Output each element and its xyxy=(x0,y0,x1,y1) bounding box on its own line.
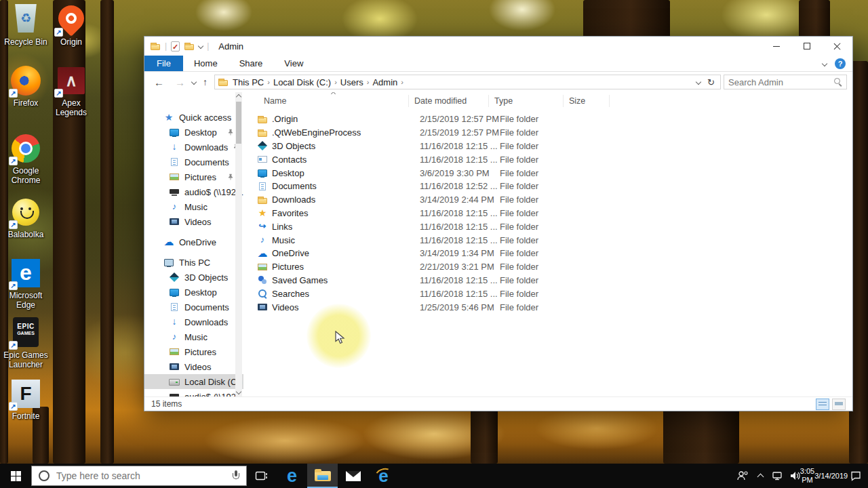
sidebar-item[interactable]: Downloads xyxy=(144,314,243,329)
tree-trunk xyxy=(471,405,498,464)
taskbar-search-box[interactable] xyxy=(31,466,247,486)
tab-share[interactable]: Share xyxy=(229,56,274,71)
file-row[interactable]: .Origin 2/15/2019 12:57 PM File folder xyxy=(243,113,852,126)
sidebar-item[interactable]: Local Disk (C:) xyxy=(144,374,243,389)
customize-toolbar-chevron-icon[interactable] xyxy=(198,43,203,49)
taskbar-search-input[interactable] xyxy=(56,470,226,481)
status-bar: 15 items xyxy=(144,396,852,411)
sidebar-item[interactable]: audio$ (\\192.16 xyxy=(144,184,243,199)
desktop-icon-google-chrome[interactable]: Google Chrome xyxy=(0,133,52,185)
tray-overflow-button[interactable] xyxy=(751,464,769,488)
sidebar-item[interactable]: Desktop xyxy=(144,125,243,140)
column-header-name[interactable]: Name xyxy=(243,95,409,107)
sidebar-item[interactable]: Pictures xyxy=(144,169,243,184)
taskbar-app-edge[interactable]: e xyxy=(277,464,307,488)
desktop-icon-apex-legends[interactable]: Apex Legends xyxy=(45,65,97,117)
desktop-icon-fortnite[interactable]: Fortnite xyxy=(0,378,52,421)
new-folder-icon[interactable] xyxy=(184,41,195,52)
sidebar-item[interactable]: audio$ (\\192.16 xyxy=(144,389,243,396)
task-view-button[interactable] xyxy=(247,464,277,488)
file-row[interactable]: Desktop 3/6/2019 3:30 PM File folder xyxy=(243,166,852,180)
column-header-date-modified[interactable]: Date modified xyxy=(409,95,489,107)
desktop-icon-microsoft-edge[interactable]: Microsoft Edge xyxy=(0,258,52,310)
breadcrumb-item[interactable]: This PC xyxy=(230,77,267,87)
breadcrumb-item[interactable]: Admin xyxy=(370,77,400,87)
file-row[interactable]: .QtWebEngineProcess 2/15/2019 12:57 PM F… xyxy=(243,126,852,140)
sidebar-item[interactable]: Music xyxy=(144,329,243,344)
scroll-up-icon[interactable] xyxy=(236,94,241,100)
file-row[interactable]: Contacts 11/16/2018 12:15 ... File folde… xyxy=(243,152,852,166)
expand-ribbon-chevron-icon[interactable] xyxy=(822,60,827,66)
recent-locations-chevron-icon[interactable] xyxy=(191,79,197,85)
taskbar-app-file-explorer[interactable] xyxy=(307,464,338,488)
file-row[interactable]: Downloads 3/14/2019 2:44 PM File folder xyxy=(243,193,852,207)
taskbar-app-internet-explorer[interactable]: e xyxy=(368,464,399,488)
microphone-icon[interactable] xyxy=(233,470,239,481)
people-button[interactable] xyxy=(734,464,751,488)
title-bar[interactable]: | | Admin xyxy=(144,37,852,56)
file-row[interactable]: Favorites 11/16/2018 12:15 ... File fold… xyxy=(243,207,852,220)
scroll-down-icon[interactable] xyxy=(236,389,241,394)
file-row[interactable]: Documents 11/16/2018 12:52 ... File fold… xyxy=(243,180,852,193)
large-icons-view-button[interactable] xyxy=(832,399,846,410)
column-header-size[interactable]: Size xyxy=(564,95,610,107)
file-icon xyxy=(257,262,268,272)
back-button[interactable]: ← xyxy=(150,77,168,88)
search-icon xyxy=(834,78,842,86)
chevron-up-icon xyxy=(757,474,764,481)
properties-icon[interactable] xyxy=(171,41,180,52)
maximize-button[interactable] xyxy=(791,37,822,56)
file-row[interactable]: Saved Games 11/16/2018 12:15 ... File fo… xyxy=(243,274,852,287)
nav-scrollbar[interactable] xyxy=(235,92,242,396)
forward-button[interactable]: → xyxy=(171,77,189,88)
file-row[interactable]: Links 11/16/2018 12:15 ... File folder xyxy=(243,220,852,233)
sidebar-item[interactable]: Desktop xyxy=(144,285,243,300)
sidebar-item-onedrive[interactable]: OneDrive xyxy=(144,235,243,249)
sidebar-item[interactable]: Pictures xyxy=(144,344,243,359)
file-row[interactable]: Music 11/16/2018 12:15 ... File folder xyxy=(243,233,852,247)
sidebar-item[interactable]: Downloads xyxy=(144,140,243,155)
file-row[interactable]: Pictures 2/21/2019 3:21 PM File folder xyxy=(243,260,852,274)
desktop-icon-balabolka[interactable]: Balabolka xyxy=(0,197,52,239)
file-row[interactable]: 3D Objects 11/16/2018 12:15 ... File fol… xyxy=(243,140,852,153)
sidebar-item[interactable]: Videos xyxy=(144,359,243,374)
breadcrumb-item[interactable]: Local Disk (C:) xyxy=(271,77,334,87)
start-button[interactable] xyxy=(0,464,31,488)
action-center-button[interactable] xyxy=(844,464,868,488)
desktop-icon-origin[interactable]: Origin xyxy=(45,4,97,47)
explorer-search-box[interactable]: Search Admin xyxy=(724,75,847,89)
scrollbar-thumb[interactable] xyxy=(236,102,241,144)
refresh-icon[interactable]: ↻ xyxy=(707,77,715,87)
details-view-button[interactable] xyxy=(816,399,829,410)
sidebar-item[interactable]: 3D Objects xyxy=(144,270,243,285)
sidebar-item[interactable]: Documents xyxy=(144,155,243,169)
sidebar-item[interactable]: Documents xyxy=(144,300,243,314)
sidebar-item-label: Videos xyxy=(184,362,212,372)
close-button[interactable] xyxy=(822,37,852,56)
tab-view[interactable]: View xyxy=(273,56,314,71)
file-row[interactable]: Searches 11/16/2018 12:15 ... File folde… xyxy=(243,287,852,300)
sidebar-item[interactable]: Videos xyxy=(144,214,243,229)
address-dropdown-chevron-icon[interactable] xyxy=(696,79,701,85)
help-icon[interactable] xyxy=(835,58,846,69)
file-date-modified: 1/25/2019 5:46 PM xyxy=(420,302,500,312)
taskbar-clock[interactable]: 3:05 PM 3/14/2019 xyxy=(804,464,844,488)
column-header-type[interactable]: Type xyxy=(489,95,564,107)
clock-date: 3/14/2019 xyxy=(814,472,848,481)
tab-home[interactable]: Home xyxy=(183,56,229,71)
network-button[interactable] xyxy=(769,464,787,488)
minimize-button[interactable] xyxy=(761,37,791,56)
file-row[interactable]: OneDrive 3/14/2019 1:34 PM File folder xyxy=(243,247,852,260)
address-field[interactable]: This PC›Local Disk (C:)›Users›Admin› ↻ xyxy=(214,75,721,89)
desktop-icon-firefox[interactable]: Firefox xyxy=(0,65,52,108)
sidebar-item-quick-access[interactable]: Quick access xyxy=(144,110,243,125)
sidebar-item[interactable]: Music xyxy=(144,199,243,214)
up-button[interactable]: ↑ xyxy=(199,77,212,87)
taskbar-app-mail[interactable] xyxy=(338,464,368,488)
desktop-icon-recycle-bin[interactable]: Recycle Bin xyxy=(0,4,52,47)
breadcrumb-item[interactable]: Users xyxy=(338,77,366,87)
tab-file[interactable]: File xyxy=(144,56,183,71)
desktop-icon-epic-games-launcher[interactable]: Epic Games Launcher xyxy=(0,317,52,369)
file-row[interactable]: Videos 1/25/2019 5:46 PM File folder xyxy=(243,300,852,314)
sidebar-item-this-pc[interactable]: This PC xyxy=(144,255,243,270)
